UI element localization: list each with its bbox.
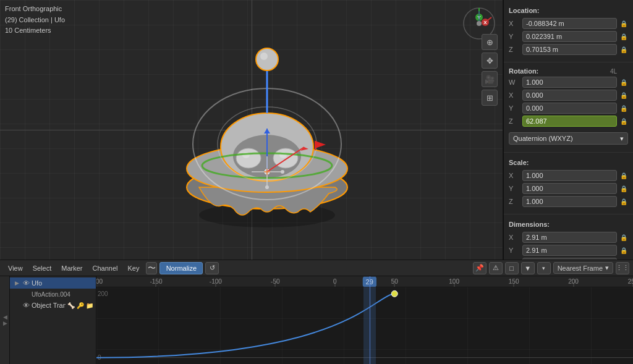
transform-key-icon: 🔑	[77, 302, 84, 309]
viewport-info: Front Orthographic (29) Collection | Ufo…	[5, 4, 65, 36]
loc-x-value[interactable]: -0.088342 m	[522, 18, 617, 29]
menubar-right: 📌 ⚠ □ ▼ ▾ Nearest Frame ▾ ⋮⋮	[473, 262, 629, 274]
menu-marker[interactable]: Marker	[57, 263, 87, 273]
rot-z-lock-icon[interactable]: 🔒	[619, 116, 628, 127]
scale-y-value[interactable]: 1.000	[522, 183, 617, 194]
divider-1	[504, 62, 633, 62]
scale-z-lock-icon[interactable]: 🔒	[619, 196, 628, 207]
rot-y-label: Y	[509, 104, 520, 112]
grid-tool[interactable]: ⊞	[482, 90, 498, 106]
cursor-tool[interactable]: ⊕	[482, 34, 498, 50]
menu-view[interactable]: View	[4, 263, 27, 273]
rot-y-lock-icon[interactable]: 🔒	[619, 103, 628, 114]
menu-channel[interactable]: Channel	[88, 263, 122, 273]
svg-point-31	[281, 170, 284, 174]
scale-y-label: Y	[509, 185, 520, 192]
graph-area[interactable]: -200-150-100-5005010015020025029-200-150…	[96, 276, 633, 364]
timeline-content: ◀▶ ▶ 👁 Ufo UfoAction.004 👁 Object Transf…	[0, 276, 633, 364]
filter-icon-btn[interactable]: ▼	[521, 262, 535, 274]
dim-x-label: X	[509, 234, 520, 241]
more-options-icon-btn[interactable]: ⋮⋮	[616, 262, 629, 274]
rotation-title: Rotation:	[509, 67, 608, 75]
loc-z-label: Z	[509, 46, 520, 53]
rotation-mode-dropdown[interactable]: Quaternion (WXYZ) ▾	[509, 132, 628, 145]
display-icon-btn[interactable]: □	[505, 262, 519, 274]
auto-normalize-icon[interactable]: ↺	[205, 262, 219, 274]
eye-transform-icon[interactable]: 👁	[23, 302, 30, 309]
loc-z-lock-icon[interactable]: 🔒	[619, 44, 628, 55]
dim-y-value[interactable]: 2.91 m	[522, 245, 617, 256]
nearest-frame-dropdown[interactable]: Nearest Frame ▾	[553, 262, 613, 274]
loc-y-value[interactable]: 0.022391 m	[522, 31, 617, 42]
dim-y-row: Y 2.91 m 🔒	[509, 245, 628, 256]
rot-x-value[interactable]: 0.000	[522, 90, 617, 101]
rotation-mode-label: Quaternion (WXYZ)	[513, 135, 573, 142]
scale-x-value[interactable]: 1.000	[522, 170, 617, 181]
rot-y-row: Y 0.000 🔒	[509, 103, 628, 114]
scale-x-row: X 1.000 🔒	[509, 170, 628, 181]
rot-z-value[interactable]: 62.087	[522, 116, 617, 127]
normalize-button[interactable]: Normalize	[159, 262, 203, 274]
expand-transform-icon[interactable]	[12, 301, 21, 310]
move-tool[interactable]: ✥	[482, 53, 498, 69]
svg-point-14	[236, 148, 261, 168]
scroll-icon: ◀▶	[2, 314, 8, 326]
location-section: Location: X -0.088342 m 🔒 Y 0.022391 m 🔒…	[504, 4, 633, 59]
svg-point-38	[391, 290, 397, 297]
loc-x-label: X	[509, 20, 520, 27]
rot-x-lock-icon[interactable]: 🔒	[619, 90, 628, 101]
rot-w-lock-icon[interactable]: 🔒	[619, 77, 628, 88]
location-title: Location:	[509, 6, 628, 15]
timeline-row-ufo[interactable]: ▶ 👁 Ufo	[10, 277, 96, 289]
eye-ufo-icon[interactable]: 👁	[23, 279, 30, 287]
ufo-svg	[119, 23, 415, 246]
pin-icon-btn[interactable]: 📌	[473, 262, 486, 274]
loc-y-lock-icon[interactable]: 🔒	[619, 31, 628, 42]
svg-point-23	[260, 53, 268, 60]
expand-action-icon[interactable]	[12, 290, 21, 298]
timeline-sidebar: ▶ 👁 Ufo UfoAction.004 👁 Object Transf...…	[10, 276, 96, 364]
rot-w-label: W	[509, 78, 520, 86]
rot-y-value[interactable]: 0.000	[522, 103, 617, 114]
expand-ufo-icon[interactable]: ▶	[12, 279, 21, 287]
timeline-scroll-handle[interactable]: ◀▶	[0, 276, 10, 364]
rotation-section: Rotation: 4L W 1.000 🔒 X 0.000 🔒 Y 0.000…	[504, 66, 633, 130]
scale-z-value[interactable]: 1.000	[522, 196, 617, 207]
rotation-mode-section: Quaternion (WXYZ) ▾	[504, 130, 633, 149]
camera-tool[interactable]: 🎥	[482, 71, 498, 87]
warning-icon-btn[interactable]: ⚠	[489, 262, 503, 274]
loc-x-lock-icon[interactable]: 🔒	[619, 18, 628, 29]
loc-y-label: Y	[509, 33, 520, 40]
dim-y-label: Y	[509, 247, 520, 254]
dim-y-lock-icon[interactable]: 🔒	[619, 245, 628, 256]
viewport-tools: ⊕ ✥ 🎥 ⊞	[482, 34, 498, 106]
action-row-label: UfoAction.004	[23, 291, 93, 298]
timeline-row-action[interactable]: UfoAction.004	[10, 289, 96, 300]
search-icon-btn[interactable]: ▾	[537, 262, 551, 274]
dimensions-title: Dimensions:	[509, 219, 628, 229]
ufo-row-label: Ufo	[32, 279, 93, 287]
dim-x-lock-icon[interactable]: 🔒	[619, 232, 628, 243]
scale-z-label: Z	[509, 198, 520, 205]
normalize-icon-btn[interactable]: 〜	[146, 262, 157, 274]
timeline-row-transform[interactable]: 👁 Object Transf... 🦴 🔑 📁	[10, 300, 96, 311]
scale-x-label: X	[509, 172, 520, 179]
rot-w-value[interactable]: 1.000	[522, 77, 617, 88]
rot-w-row: W 1.000 🔒	[509, 77, 628, 88]
dim-x-value[interactable]: 2.91 m	[522, 232, 617, 243]
menu-select[interactable]: Select	[28, 263, 56, 273]
scale-z-row: Z 1.000 🔒	[509, 196, 628, 207]
scale-y-lock-icon[interactable]: 🔒	[619, 183, 628, 194]
top-area: Front Orthographic (29) Collection | Ufo…	[0, 0, 633, 260]
scale-title: Scale:	[509, 158, 628, 167]
viewport-mode: Front Orthographic	[5, 4, 65, 15]
loc-z-value[interactable]: 0.70153 m	[522, 44, 617, 55]
dropdown-arrow-icon: ▾	[620, 135, 624, 143]
scale-x-lock-icon[interactable]: 🔒	[619, 170, 628, 181]
divider-3	[504, 214, 633, 214]
viewport-3d[interactable]: Front Orthographic (29) Collection | Ufo…	[0, 0, 503, 260]
divider-2	[504, 152, 633, 153]
menu-key[interactable]: Key	[123, 263, 143, 273]
scale-y-row: Y 1.000 🔒	[509, 183, 628, 194]
properties-panel: Location: X -0.088342 m 🔒 Y 0.022391 m 🔒…	[503, 0, 633, 260]
